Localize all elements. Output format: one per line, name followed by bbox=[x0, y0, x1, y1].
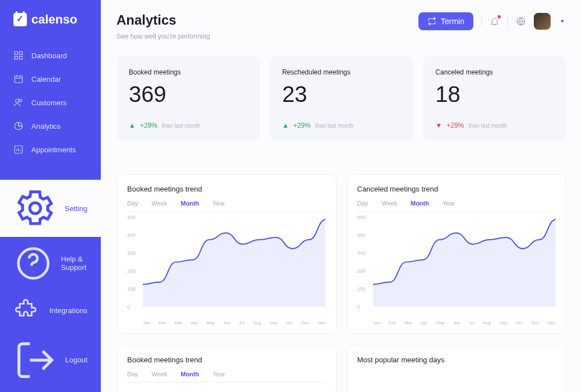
brand-name: calenso bbox=[31, 12, 77, 27]
sidebar-item-appointments[interactable]: Appointments bbox=[0, 138, 101, 161]
globe-icon[interactable] bbox=[516, 16, 526, 26]
chart-body: 4004003002001000 bbox=[127, 217, 326, 318]
stat-value: 369 bbox=[129, 82, 248, 107]
stat-delta: +29% bbox=[294, 122, 311, 129]
chart-popular-days: Most popular meeting days bbox=[347, 345, 567, 392]
tab-day[interactable]: Day bbox=[127, 371, 138, 377]
piechart-icon bbox=[13, 121, 24, 131]
svg-point-14 bbox=[30, 203, 40, 214]
avatar[interactable] bbox=[534, 13, 551, 30]
tab-year[interactable]: Year bbox=[212, 200, 225, 207]
chart-body: 4004003002001000 bbox=[357, 217, 556, 318]
sidebar-item-label: Dashboard bbox=[31, 52, 67, 60]
tab-week[interactable]: Week bbox=[152, 200, 167, 207]
svg-rect-4 bbox=[15, 76, 22, 83]
svg-marker-20 bbox=[561, 20, 565, 22]
tab-day[interactable]: Day bbox=[127, 200, 138, 207]
repeat-icon bbox=[427, 17, 436, 26]
chart-range-tabs: Day Week Month Year bbox=[127, 371, 326, 382]
logo[interactable]: calenso bbox=[0, 0, 101, 39]
chart-title: Booked meetings trend bbox=[127, 356, 326, 364]
stat-label: Canceled meetings bbox=[435, 68, 554, 76]
stat-comparison: than last month bbox=[468, 123, 506, 129]
chart-range-tabs: Day Week Month Year bbox=[357, 200, 556, 212]
grid-icon bbox=[13, 50, 24, 60]
separator bbox=[507, 16, 508, 27]
sidebar-item-label: Customers bbox=[31, 99, 67, 107]
termin-label: Termin bbox=[441, 17, 464, 26]
tab-month[interactable]: Month bbox=[411, 200, 429, 207]
header: Analytics See how well you're performing… bbox=[117, 12, 566, 40]
chart-range-tabs: Day Week Month Year bbox=[127, 200, 326, 212]
trend-down-icon: ▼ bbox=[435, 122, 442, 129]
sidebar-item-analytics[interactable]: Analytics bbox=[0, 114, 101, 138]
gear-icon bbox=[13, 186, 57, 230]
trend-up-icon: ▲ bbox=[282, 122, 289, 129]
svg-rect-0 bbox=[15, 52, 17, 54]
stat-comparison: than last month bbox=[315, 123, 353, 129]
stat-label: Rescheduled meetings bbox=[282, 68, 401, 76]
sidebar-item-label: Logout bbox=[65, 356, 87, 364]
bell-icon[interactable] bbox=[490, 16, 500, 26]
tab-year[interactable]: Year bbox=[212, 371, 225, 377]
sidebar-item-logout[interactable]: Logout bbox=[0, 332, 101, 389]
sidebar-item-label: Calendar bbox=[31, 75, 61, 83]
puzzle-icon bbox=[13, 297, 41, 325]
sidebar-item-help[interactable]: Help & Support bbox=[0, 237, 101, 290]
users-icon bbox=[13, 97, 24, 108]
stat-card-rescheduled: Rescheduled meetings 23 ▲ +29% than last… bbox=[270, 56, 413, 141]
page-subtitle: See how well you're performing bbox=[117, 32, 210, 40]
stats-cards: Booked meetings 369 ▲ +29% than last mon… bbox=[117, 56, 566, 141]
help-icon bbox=[13, 244, 53, 283]
tab-month[interactable]: Month bbox=[180, 200, 199, 207]
svg-rect-2 bbox=[15, 57, 17, 59]
separator bbox=[481, 16, 482, 27]
chart-title: Most popular meeting days bbox=[357, 356, 556, 364]
stat-comparison: than last month bbox=[162, 123, 200, 129]
charts-row-1: Booked meetings trend Day Week Month Yea… bbox=[117, 174, 566, 334]
nav-primary: Dashboard Calendar Customers Analytics A… bbox=[0, 39, 101, 180]
stat-delta: +29% bbox=[446, 122, 464, 129]
charts-row-2: Booked meetings trend Day Week Month Yea… bbox=[117, 345, 566, 392]
header-actions: Termin bbox=[418, 12, 566, 30]
sidebar-item-label: Integrations bbox=[49, 306, 87, 315]
tab-month[interactable]: Month bbox=[180, 371, 199, 377]
sidebar-item-customers[interactable]: Customers bbox=[0, 91, 101, 114]
sidebar-item-label: Appointments bbox=[31, 146, 76, 154]
stat-card-booked: Booked meetings 369 ▲ +29% than last mon… bbox=[117, 56, 260, 141]
stat-card-canceled: Canceled meetings 18 ▼ +29% than last mo… bbox=[423, 56, 566, 141]
chart-booked-trend-2: Booked meetings trend Day Week Month Yea… bbox=[117, 345, 337, 392]
stat-delta: +29% bbox=[140, 122, 157, 129]
tab-week[interactable]: Week bbox=[152, 371, 167, 377]
chart-canceled-trend: Canceled meetings trend Day Week Month Y… bbox=[347, 174, 567, 334]
tab-year[interactable]: Year bbox=[443, 200, 455, 207]
sidebar-item-dashboard[interactable]: Dashboard bbox=[0, 44, 101, 67]
svg-point-9 bbox=[20, 99, 22, 102]
stat-label: Booked meetings bbox=[129, 68, 248, 76]
chevron-down-icon[interactable] bbox=[558, 17, 566, 25]
sidebar-item-setting[interactable]: Setting bbox=[0, 180, 101, 237]
main-content: Analytics See how well you're performing… bbox=[101, 0, 582, 392]
sidebar-item-calendar[interactable]: Calendar bbox=[0, 67, 101, 91]
svg-rect-1 bbox=[20, 52, 22, 54]
notification-dot-icon bbox=[497, 15, 501, 18]
stat-value: 23 bbox=[282, 82, 401, 107]
sidebar-item-integrations[interactable]: Integrations bbox=[0, 290, 101, 332]
chart-booked-trend: Booked meetings trend Day Week Month Yea… bbox=[117, 174, 337, 334]
chart-title: Booked meetings trend bbox=[127, 185, 326, 193]
sidebar-item-label: Help & Support bbox=[61, 255, 87, 272]
tab-day[interactable]: Day bbox=[357, 200, 369, 207]
tab-week[interactable]: Week bbox=[381, 200, 397, 207]
sidebar: calenso Dashboard Calendar Customers Ana… bbox=[0, 0, 101, 392]
sidebar-item-label: Analytics bbox=[31, 122, 60, 130]
sidebar-item-label: Setting bbox=[65, 204, 87, 213]
termin-button[interactable]: Termin bbox=[418, 12, 473, 30]
logout-icon bbox=[13, 338, 57, 382]
calendar-icon bbox=[13, 74, 24, 84]
svg-rect-3 bbox=[20, 57, 22, 59]
svg-point-8 bbox=[16, 99, 19, 102]
nav-secondary: Setting Help & Support Integrations Logo… bbox=[0, 180, 101, 392]
chart-title: Canceled meetings trend bbox=[357, 185, 556, 193]
trend-up-icon: ▲ bbox=[129, 122, 136, 129]
logo-mark-icon bbox=[13, 13, 27, 26]
